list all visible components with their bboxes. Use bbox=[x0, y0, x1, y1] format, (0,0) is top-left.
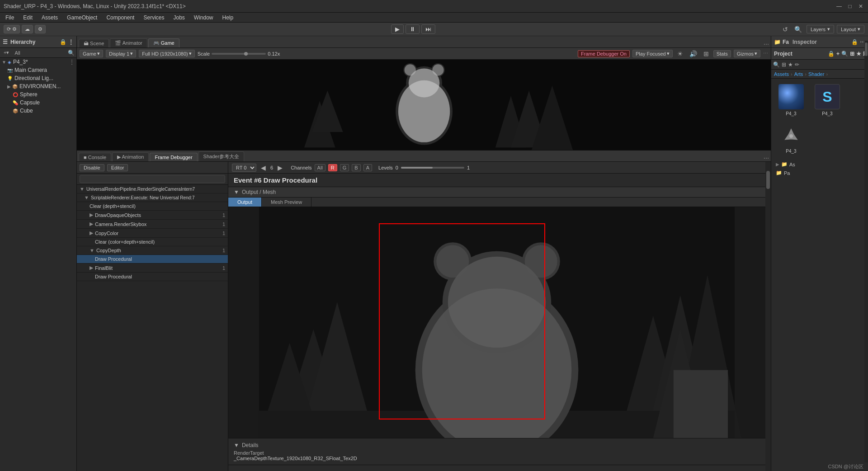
hierarchy-item-main-camera[interactable]: 📷 Main Camera bbox=[0, 66, 76, 74]
channel-g-btn[interactable]: G bbox=[340, 164, 349, 171]
editor-btn[interactable]: Editor bbox=[107, 164, 128, 171]
menu-services[interactable]: Services bbox=[140, 14, 168, 22]
game-toolbar-more[interactable]: ⋯ bbox=[763, 51, 768, 57]
hierarchy-item-capsule[interactable]: 💊 Capsule bbox=[0, 99, 76, 107]
tab-animator[interactable]: 🎬 Animator bbox=[110, 38, 147, 47]
breadcrumb-arts[interactable]: Arts bbox=[794, 71, 803, 77]
output-tab-mesh[interactable]: Mesh Preview bbox=[262, 198, 311, 207]
rt-select[interactable]: RT 0 bbox=[232, 164, 256, 172]
project-star-icon[interactable]: ★ bbox=[788, 61, 793, 68]
menu-gameobject[interactable]: GameObject bbox=[63, 14, 101, 22]
breadcrumb-assets[interactable]: Assets bbox=[774, 71, 789, 77]
event-item-7[interactable]: ▼ CopyDepth 1 bbox=[77, 246, 228, 255]
tab-scene[interactable]: 🏔 Scene bbox=[79, 39, 109, 47]
project-search-icon[interactable]: 🔍 bbox=[841, 51, 848, 57]
folder-pa[interactable]: 📁 Pa bbox=[773, 169, 866, 177]
hierarchy-item-root[interactable]: ▼ ◈ P4_3* ⋮ bbox=[0, 58, 76, 66]
layers-dropdown[interactable]: Layers ▾ bbox=[807, 25, 834, 33]
project-bookmark-icon[interactable]: ★ bbox=[856, 51, 861, 57]
hierarchy-item-env[interactable]: ▶ 📦 ENVIRONMEN... bbox=[0, 82, 76, 90]
display-dropdown[interactable]: Game▾ bbox=[80, 50, 103, 57]
project-lock-icon[interactable]: 🔒 bbox=[828, 51, 835, 57]
resolution-dropdown[interactable]: Full HD (1920x1080)▾ bbox=[139, 50, 195, 57]
menu-edit[interactable]: Edit bbox=[19, 14, 36, 22]
stats-btn[interactable]: Stats bbox=[713, 50, 731, 57]
event-item-6[interactable]: Clear (color+depth+stencil) bbox=[77, 238, 228, 246]
asset-item-shader[interactable]: S P4_3 bbox=[811, 82, 844, 118]
grid-icon[interactable]: ⊞ bbox=[702, 49, 711, 58]
event-item-2[interactable]: Clear (depth+stencil) bbox=[77, 202, 228, 211]
project-layout-icon[interactable]: ⊞ bbox=[782, 61, 786, 68]
asset-item-sphere[interactable]: P4_3 bbox=[775, 82, 807, 118]
hierarchy-item-sphere[interactable]: ⭕ Sphere bbox=[0, 90, 76, 99]
project-pencil-icon[interactable]: ✏ bbox=[795, 61, 799, 68]
breadcrumb-shader[interactable]: Shader bbox=[808, 71, 824, 77]
hierarchy-item-options[interactable]: ⋮ bbox=[69, 59, 75, 65]
transform-tools-btn[interactable]: ⟳ ⚙ bbox=[4, 25, 20, 33]
hierarchy-item-cube[interactable]: 📦 Cube bbox=[0, 107, 76, 115]
asset-item-unity[interactable]: P4_3 bbox=[775, 122, 807, 155]
tab-shader-ref[interactable]: Shader参考大全 bbox=[198, 151, 244, 161]
tab-animation[interactable]: ▶ Animation bbox=[112, 152, 149, 161]
event-search-input[interactable] bbox=[80, 175, 225, 183]
close-btn[interactable]: ✕ bbox=[857, 3, 864, 10]
maximize-btn[interactable]: □ bbox=[846, 3, 854, 10]
menu-window[interactable]: Window bbox=[190, 14, 217, 22]
scale-slider[interactable] bbox=[212, 53, 266, 55]
hierarchy-add-btn[interactable]: +▾ bbox=[2, 49, 11, 56]
gizmos-dropdown[interactable]: Gizmos▾ bbox=[734, 50, 760, 57]
hierarchy-menu-icon[interactable]: ⋮ bbox=[68, 39, 74, 45]
tab-more-btn[interactable]: ⋯ bbox=[764, 41, 769, 47]
project-filter-icon[interactable]: ⊞ bbox=[850, 51, 854, 57]
step-btn[interactable]: ⏭ bbox=[421, 24, 435, 34]
menu-component[interactable]: Component bbox=[103, 14, 138, 22]
folder-as[interactable]: ▶ 📁 As bbox=[773, 160, 866, 169]
channel-a-btn[interactable]: A bbox=[363, 164, 372, 171]
nav-next-btn[interactable]: ▶ bbox=[276, 164, 284, 171]
play-btn[interactable]: ▶ bbox=[391, 24, 404, 34]
menu-assets[interactable]: Assets bbox=[38, 14, 61, 22]
event-item-4[interactable]: ▶ Camera.RenderSkybox 1 bbox=[77, 220, 228, 229]
display-num-dropdown[interactable]: Display 1▾ bbox=[106, 50, 136, 57]
aspect-icon[interactable]: ☀ bbox=[675, 49, 685, 58]
hierarchy-item-dir-light[interactable]: 💡 Directional Lig... bbox=[0, 74, 76, 82]
menu-jobs[interactable]: Jobs bbox=[170, 14, 188, 22]
channel-b-btn[interactable]: B bbox=[352, 164, 360, 171]
event-item-9[interactable]: ▶ FinalBlit 1 bbox=[77, 264, 228, 273]
frame-debugger-badge[interactable]: Frame Debugger On bbox=[578, 50, 630, 57]
settings-btn[interactable]: ⚙ bbox=[35, 25, 46, 33]
hierarchy-search-icon[interactable]: 🔍 bbox=[68, 50, 75, 56]
cloud-btn[interactable]: ☁ bbox=[22, 25, 33, 33]
channel-r-btn[interactable]: R bbox=[328, 164, 337, 171]
pause-btn[interactable]: ⏸ bbox=[406, 24, 420, 34]
undo-icon[interactable]: ↺ bbox=[781, 25, 790, 34]
menu-file[interactable]: File bbox=[2, 14, 18, 22]
event-item-draw-procedural-1[interactable]: Draw Procedural bbox=[77, 255, 228, 264]
right-panel-scrollbar[interactable] bbox=[864, 41, 868, 471]
tab-console[interactable]: ■ Console bbox=[79, 153, 111, 161]
event-item-0[interactable]: ▼ UniversalRenderPipeline.RenderSingleCa… bbox=[77, 185, 228, 193]
output-tab-output[interactable]: Output bbox=[228, 198, 262, 207]
project-add-icon[interactable]: + bbox=[836, 51, 840, 57]
project-search-small[interactable]: 🔍 bbox=[773, 61, 780, 68]
menu-help[interactable]: Help bbox=[219, 14, 237, 22]
search-icon[interactable]: 🔍 bbox=[793, 25, 804, 34]
levels-slider[interactable] bbox=[401, 167, 464, 169]
bottom-tab-more[interactable]: ⋯ bbox=[764, 155, 769, 161]
tab-game[interactable]: 🎮 Game bbox=[148, 38, 179, 47]
tab-frame-debugger[interactable]: Frame Debugger bbox=[150, 153, 197, 161]
hierarchy-all-btn[interactable]: All bbox=[13, 50, 22, 56]
layout-dropdown[interactable]: Layout ▾ bbox=[837, 25, 864, 33]
event-item-5[interactable]: ▶ CopyColor 1 bbox=[77, 229, 228, 238]
nav-prev-btn[interactable]: ◀ bbox=[259, 164, 268, 171]
disable-btn[interactable]: Disable bbox=[80, 164, 104, 171]
event-item-3[interactable]: ▶ DrawOpaqueObjects 1 bbox=[77, 211, 228, 220]
right-panel-lock[interactable]: 🔒 bbox=[851, 39, 858, 45]
play-focused-dropdown[interactable]: Play Focused▾ bbox=[632, 50, 673, 57]
event-item-draw-procedural-2[interactable]: Draw Procedural bbox=[77, 273, 228, 281]
horizontal-scrollbar[interactable] bbox=[228, 465, 765, 471]
channel-all-btn[interactable]: All bbox=[315, 164, 326, 171]
hierarchy-lock-icon[interactable]: 🔒 bbox=[60, 39, 66, 45]
audio-icon[interactable]: 🔊 bbox=[688, 49, 699, 58]
vertical-scrollbar-debugger[interactable] bbox=[765, 162, 771, 471]
